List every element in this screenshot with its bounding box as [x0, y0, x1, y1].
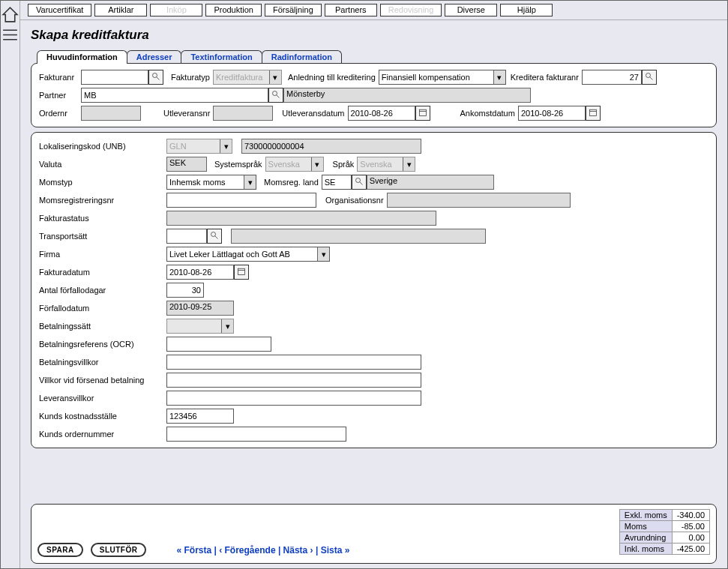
svg-rect-6: [419, 109, 426, 115]
kunds-kostnadsstalle-label: Kunds kostnadsställe: [39, 412, 166, 421]
momsreg-land-lookup-button[interactable]: [352, 175, 367, 190]
lokaliseringskod-type-select: GLN: [166, 139, 232, 154]
villkor-forsenad-input[interactable]: [166, 373, 421, 388]
home-icon[interactable]: [1, 5, 19, 24]
menu-partners[interactable]: Partners: [325, 4, 377, 16]
left-rail: [1, 1, 20, 568]
top-menu: Varucertifikat Artiklar Inköp Produktion…: [20, 1, 727, 20]
fakturanr-input[interactable]: [81, 70, 148, 85]
moms-value: -85.00: [672, 521, 709, 532]
nav-links: « Första | ‹ Föregående | Nästa › | Sist…: [176, 545, 349, 556]
footer-panel: Exkl. moms-340.00 Moms-85.00 Avrundning0…: [31, 504, 717, 564]
menu-redovisning: Redovisning: [380, 4, 442, 16]
momsregnr-label: Momsregistreringsnr: [39, 196, 166, 205]
valuta-display: SEK: [166, 157, 207, 172]
menu-diverse[interactable]: Diverse: [445, 4, 497, 16]
tabs: Huvudinformation Adresser Textinformatio…: [37, 50, 717, 63]
transportsatt-label: Transportsätt: [39, 232, 166, 241]
kreditera-input[interactable]: [582, 70, 642, 85]
fakturatyp-label: Fakturatyp: [171, 73, 213, 82]
partner-lookup-button[interactable]: [268, 88, 283, 103]
momstyp-label: Momstyp: [39, 178, 166, 187]
menu-lines-icon[interactable]: [1, 25, 19, 44]
kunds-ordernummer-label: Kunds ordernummer: [39, 430, 166, 439]
nav-last[interactable]: Sista »: [321, 545, 350, 556]
forfallodatum-label: Förfallodatum: [39, 304, 166, 313]
body-panel: Lokaliseringskod (UNB) GLN ▾ Valuta SEK …: [31, 132, 717, 448]
valuta-label: Valuta: [39, 160, 166, 169]
betalningssatt-label: Betalningssätt: [39, 322, 166, 331]
header-panel: Fakturanr Fakturatyp Kreditfaktura ▾ Anl…: [31, 63, 717, 127]
orgnr-label: Organisationsnr: [325, 196, 387, 205]
svg-point-10: [355, 178, 360, 182]
firma-select[interactable]: Livet Leker Lättlagat och Gott AB: [166, 247, 330, 262]
ankomstdatum-input[interactable]: [518, 106, 586, 121]
momstyp-select[interactable]: Inhemsk moms: [166, 175, 256, 190]
utleveransdatum-calendar-button[interactable]: [415, 106, 430, 121]
lokaliseringskod-label: Lokaliseringskod (UNB): [39, 142, 166, 151]
partner-name-display: Mönsterby: [283, 88, 531, 103]
utleveransdatum-label: Utleveransdatum: [282, 109, 347, 118]
menu-produktion[interactable]: Produktion: [205, 4, 262, 16]
page-title: Skapa kreditfaktura: [31, 28, 717, 43]
svg-rect-14: [238, 268, 245, 274]
kunds-ordernummer-input[interactable]: [166, 427, 346, 442]
kreditera-lookup-button[interactable]: [642, 70, 657, 85]
exkl-moms-value: -340.00: [672, 510, 709, 521]
search-icon: [210, 231, 219, 242]
nav-first[interactable]: « Första: [176, 545, 211, 556]
utleveransnr-input: [213, 106, 273, 121]
fakturadatum-input[interactable]: [166, 265, 234, 280]
tab-radinformation[interactable]: Radinformation: [262, 50, 342, 63]
betalningsvillkor-input[interactable]: [166, 355, 421, 370]
tab-adresser[interactable]: Adresser: [127, 50, 182, 63]
fakturadatum-calendar-button[interactable]: [234, 265, 249, 280]
menu-artiklar[interactable]: Artiklar: [94, 4, 147, 16]
svg-point-12: [211, 232, 216, 236]
fakturastatus-label: Fakturastatus: [39, 214, 166, 223]
ordernr-input: [81, 106, 141, 121]
fakturatyp-select: Kreditfaktura: [213, 70, 282, 85]
app-window: Varucertifikat Artiklar Inköp Produktion…: [0, 0, 728, 569]
svg-rect-8: [589, 109, 596, 115]
svg-point-2: [646, 73, 650, 77]
svg-line-13: [215, 235, 218, 238]
systemsprak-label: Systemspråk: [214, 160, 265, 169]
menu-inkop: Inköp: [150, 4, 202, 16]
nav-next[interactable]: Nästa ›: [283, 545, 313, 556]
menu-hjalp[interactable]: Hjälp: [500, 4, 553, 16]
momsreg-land-input[interactable]: [322, 175, 352, 190]
fakturadatum-label: Fakturadatum: [39, 268, 166, 277]
search-icon: [271, 90, 280, 101]
betalningsreferens-label: Betalningsreferens (OCR): [39, 340, 166, 349]
villkor-forsenad-label: Villkor vid försenad betalning: [39, 376, 166, 385]
tab-huvudinformation[interactable]: Huvudinformation: [37, 50, 127, 63]
antal-forfallodagar-input[interactable]: [166, 283, 204, 298]
anledning-select[interactable]: Finansiell kompensation: [379, 70, 506, 85]
svg-line-5: [277, 94, 280, 97]
menu-forsaljning[interactable]: Försäljning: [265, 4, 322, 16]
search-icon: [355, 177, 364, 188]
utleveransdatum-input[interactable]: [348, 106, 415, 121]
kunds-kostnadsstalle-input[interactable]: [166, 409, 234, 424]
search-icon: [645, 72, 654, 83]
tab-textinformation[interactable]: Textinformation: [181, 50, 262, 63]
calendar-icon: [418, 108, 427, 119]
ordernr-label: Ordernr: [39, 109, 81, 118]
svg-line-3: [650, 76, 653, 79]
nav-prev[interactable]: ‹ Föregående: [219, 545, 275, 556]
ankomstdatum-calendar-button[interactable]: [586, 106, 601, 121]
transportsatt-lookup-button[interactable]: [207, 229, 222, 244]
spara-button[interactable]: SPARA: [37, 543, 83, 557]
momsreg-land-label: Momsreg. land: [264, 178, 322, 187]
slutfor-button[interactable]: SLUTFÖR: [91, 543, 147, 557]
menu-varucertifikat[interactable]: Varucertifikat: [28, 4, 91, 16]
leveransvillkor-input[interactable]: [166, 391, 421, 406]
leveransvillkor-label: Leveransvillkor: [39, 394, 166, 403]
fakturanr-lookup-button[interactable]: [148, 70, 163, 85]
transportsatt-code-input[interactable]: [166, 229, 207, 244]
momsregnr-input[interactable]: [166, 193, 316, 208]
betalningsreferens-input[interactable]: [166, 337, 271, 352]
partner-input[interactable]: [81, 88, 268, 103]
fakturastatus-display: [166, 211, 436, 226]
